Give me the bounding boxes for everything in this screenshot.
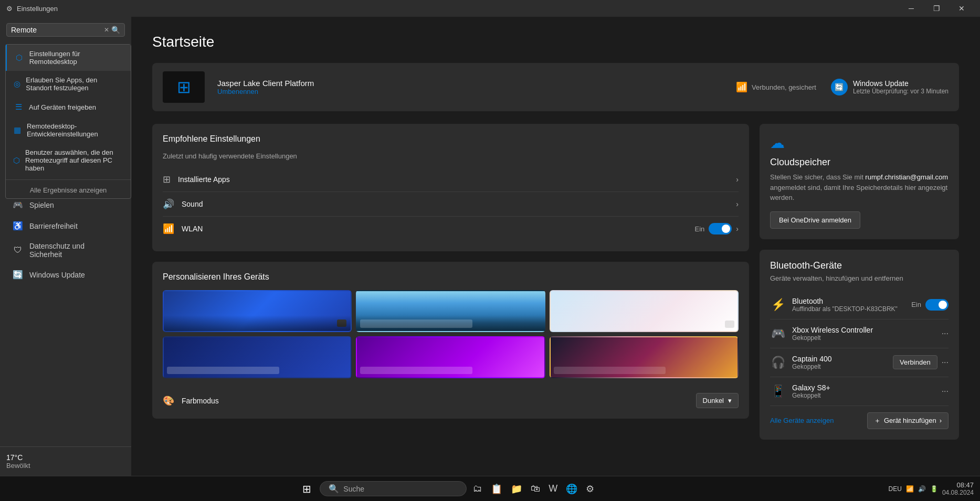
onedrive-button[interactable]: Bei OneDrive anmelden	[770, 211, 860, 229]
captain400-more-icon[interactable]: ···	[942, 358, 949, 367]
dropdown-arrow-icon: ▾	[728, 397, 732, 404]
dropdown-item-remotedesktop[interactable]: ⬡ Einstellungen für Remotedesktop	[6, 45, 131, 71]
wu-text: Windows Update Letzte Überprüfung: vor 3…	[853, 79, 949, 95]
close-button[interactable]: ✕	[950, 0, 974, 17]
location-icon: ◎	[13, 79, 20, 89]
search-input[interactable]	[11, 26, 104, 34]
dropdown-item-users[interactable]: ⬡ Benutzer auswählen, die den Remotezugr…	[6, 143, 131, 177]
left-column: Empfohlene Einstellungen Zuletzt und häu…	[152, 124, 749, 450]
taskbar-center: ⊞ 🔍 Suche 🗂 📋 📁 🛍 W 🌐 ⚙	[6, 481, 889, 497]
date-display: 04.08.2024	[942, 489, 974, 496]
taskbar-time[interactable]: 08:47 04.08.2024	[942, 481, 974, 496]
farbmodus-icon: 🎨	[163, 395, 174, 407]
minimize-button[interactable]: ─	[899, 0, 923, 17]
show-all-devices[interactable]: Alle Geräte anzeigen	[770, 417, 834, 424]
privacy-icon: 🛡	[13, 246, 23, 255]
xbox-icon: 🎮	[770, 327, 786, 340]
wifi-status: 📶 Verbunden, gesichert	[736, 81, 816, 93]
wlan-item[interactable]: 📶 WLAN Ein ›	[163, 217, 739, 241]
titlebar: ⚙ Einstellungen ─ ❐ ✕	[0, 0, 980, 17]
taskbar-search[interactable]: 🔍 Suche	[320, 481, 467, 496]
taskbar-browser-icon[interactable]: 🌐	[564, 481, 579, 497]
search-box[interactable]: ✕ 🔍	[6, 23, 125, 37]
devtools-icon: ▦	[13, 125, 22, 135]
dropdown-item-devtools[interactable]: ▦ Remotedesktop-Entwicklereinstellungen	[6, 117, 131, 143]
dropdown-item-location[interactable]: ◎ Erlauben Sie Apps, den Standort festzu…	[6, 71, 131, 97]
xbox-more-icon[interactable]: ···	[942, 329, 949, 338]
time-display: 08:47	[942, 481, 974, 489]
sidebar: ✕ 🔍 ⬡ Einstellungen für Remotedesktop ◎ …	[0, 17, 131, 476]
theme-floral2[interactable]	[550, 336, 739, 378]
farbmodus-select[interactable]: Dunkel ▾	[696, 393, 739, 408]
taskbar-battery-icon[interactable]: 🔋	[930, 485, 938, 493]
accessibility-icon: ♿	[13, 221, 23, 231]
taskbar-multitask-icon[interactable]: 🗂	[471, 481, 484, 496]
dropdown-label: Einstellungen für Remotedesktop	[29, 50, 123, 66]
sidebar-item-label: Windows Update	[29, 271, 85, 279]
taskbar-store-icon[interactable]: 🛍	[529, 481, 542, 496]
dropdown-item-share[interactable]: ☰ Auf Geräten freigeben	[6, 97, 131, 117]
system-logo: ⊞	[163, 71, 205, 103]
sidebar-item-label: Barrierefreiheit	[29, 222, 78, 230]
taskbar-teams-icon[interactable]: 📋	[489, 481, 504, 497]
titlebar-controls: ─ ❐ ✕	[899, 0, 974, 17]
taskbar-sound-icon[interactable]: 🔊	[918, 485, 926, 493]
taskbar-lang: DEU	[889, 485, 902, 493]
taskbar-settings-icon[interactable]: ⚙	[584, 481, 596, 497]
sidebar-nav: 🎮 Spielen ♿ Barrierefreiheit 🛡 Datenschu…	[0, 190, 131, 290]
gaming-icon: 🎮	[13, 200, 23, 210]
taskbar-wifi-icon[interactable]: 📶	[906, 485, 914, 493]
show-all-results[interactable]: Alle Ergebnisse anzeigen	[6, 182, 131, 198]
sidebar-item-windows-update[interactable]: 🔄 Windows Update	[4, 264, 127, 285]
galaxy-more-icon[interactable]: ···	[942, 387, 949, 396]
sidebar-item-accessibility[interactable]: ♿ Barrierefreiheit	[4, 216, 127, 236]
add-icon: ＋	[874, 416, 881, 425]
settings-icon: ⚙	[6, 5, 13, 13]
captain400-status: Gekoppelt	[792, 363, 887, 370]
search-icon[interactable]: 🔍	[111, 26, 120, 34]
wlan-toggle[interactable]	[709, 223, 732, 234]
theme-purple[interactable]	[356, 336, 545, 378]
bluetooth-actions: Ein	[911, 299, 949, 311]
bluetooth-desc: Geräte verwalten, hinzufügen und entfern…	[770, 274, 949, 282]
captain400-icon: 🎧	[770, 356, 786, 369]
cloud-title: Cloudspeicher	[770, 157, 949, 168]
sidebar-item-label: Spielen	[29, 201, 54, 209]
device-captain400[interactable]: 🎧 Captain 400 Gekoppelt Verbinden ···	[770, 348, 949, 377]
installed-apps-label: Installierte Apps	[178, 175, 736, 184]
sidebar-item-privacy[interactable]: 🛡 Datenschutz und Sicherheit	[4, 237, 127, 264]
system-name: Jasper Lake Client Platform	[217, 79, 723, 88]
device-xbox[interactable]: 🎮 Xbox Wireless Controller Gekoppelt ···	[770, 319, 949, 348]
sidebar-footer: 17°C Bewölkt	[0, 446, 131, 476]
theme-landscape[interactable]	[356, 290, 545, 332]
taskbar-explorer-icon[interactable]: 📁	[509, 481, 524, 497]
bluetooth-icon: ⚡	[770, 298, 786, 312]
system-rename-link[interactable]: Umbenennen	[217, 88, 723, 95]
galaxy-status: Gekoppelt	[792, 392, 935, 399]
remotedesktop-icon: ⬡	[14, 53, 24, 62]
sidebar-item-label: Datenschutz und Sicherheit	[29, 242, 119, 259]
windows-update-status[interactable]: 🔄 Windows Update Letzte Überprüfung: vor…	[831, 79, 949, 95]
installed-apps-item[interactable]: ⊞ Installierte Apps ›	[163, 167, 739, 192]
connect-button[interactable]: Verbinden	[893, 355, 937, 369]
theme-floral[interactable]	[550, 290, 739, 332]
dropdown-label: Erlauben Sie Apps, den Standort festzule…	[26, 76, 123, 92]
system-status: 📶 Verbunden, gesichert 🔄 Windows Update …	[736, 79, 949, 95]
captain400-actions: Verbinden ···	[893, 355, 949, 369]
farbmodus-row: 🎨 Farbmodus Dunkel ▾	[163, 387, 739, 408]
sound-item[interactable]: 🔊 Sound ›	[163, 192, 739, 217]
taskbar-word-icon[interactable]: W	[546, 481, 560, 496]
taskbar-right: DEU 📶 🔊 🔋 08:47 04.08.2024	[889, 481, 974, 496]
personalize-title: Personalisieren Ihres Geräts	[163, 272, 739, 282]
start-button[interactable]: ⊞	[298, 481, 315, 497]
restore-button[interactable]: ❐	[924, 0, 949, 17]
weather-temp: 17°C	[6, 453, 23, 462]
device-galaxy[interactable]: 📱 Galaxy S8+ Gekoppelt ···	[770, 377, 949, 406]
theme-blue[interactable]	[163, 290, 352, 332]
theme-blue2[interactable]	[163, 336, 352, 378]
cloud-desc-post: angemeldet sind, damit Ihre Speicherdeta…	[770, 184, 947, 202]
bluetooth-toggle[interactable]	[925, 299, 949, 311]
sound-icon: 🔊	[163, 198, 174, 210]
search-clear-icon[interactable]: ✕	[104, 26, 109, 34]
add-device-button[interactable]: ＋ Gerät hinzufügen ›	[867, 412, 949, 429]
